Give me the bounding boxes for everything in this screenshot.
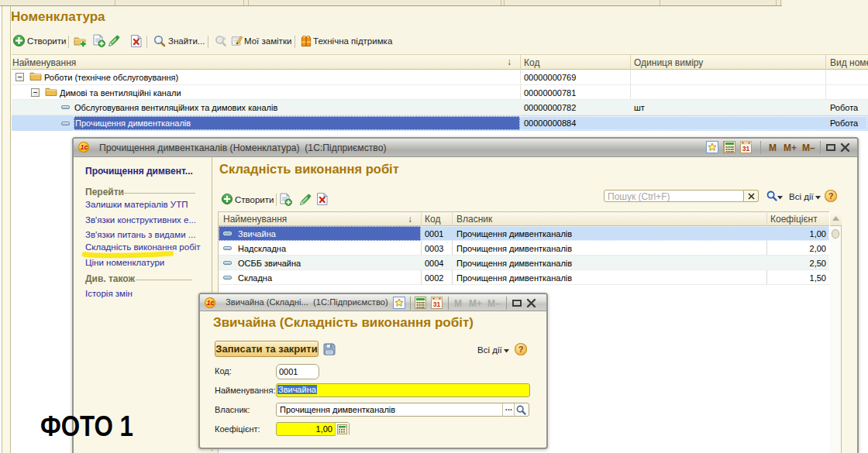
svg-text:31: 31 [433,300,441,308]
svg-text:31: 31 [742,145,750,153]
